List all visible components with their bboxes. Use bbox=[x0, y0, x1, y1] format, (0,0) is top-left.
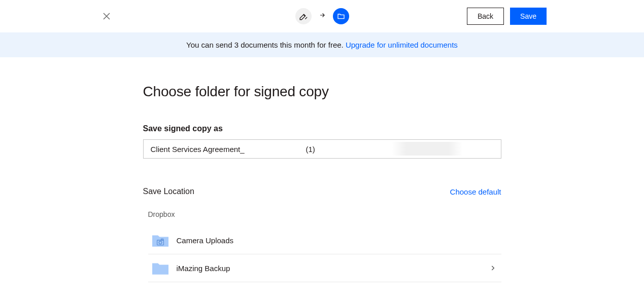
step-folder[interactable] bbox=[333, 8, 349, 24]
folder-item[interactable]: Camera Uploads bbox=[148, 226, 501, 254]
folder-icon bbox=[337, 12, 345, 20]
folder-list: Camera Uploads iMazing Backup bbox=[143, 226, 501, 282]
step-arrow-icon bbox=[319, 12, 326, 21]
breadcrumb[interactable]: Dropbox bbox=[143, 210, 501, 226]
upgrade-link[interactable]: Upgrade for unlimited documents bbox=[346, 41, 458, 49]
choose-default-link[interactable]: Choose default bbox=[450, 187, 501, 196]
step-sign[interactable] bbox=[295, 8, 312, 24]
folder-icon bbox=[152, 261, 168, 275]
banner-text: You can send 3 documents this month for … bbox=[186, 41, 346, 49]
page-title: Choose folder for signed copy bbox=[143, 84, 501, 100]
back-button[interactable]: Back bbox=[467, 8, 504, 25]
folder-name: iMazing Backup bbox=[177, 264, 481, 273]
save-button[interactable]: Save bbox=[510, 8, 547, 25]
save-location-label: Save Location bbox=[143, 187, 194, 196]
folder-item[interactable]: iMazing Backup bbox=[148, 254, 501, 282]
camera-folder-icon bbox=[152, 234, 168, 247]
chevron-right-icon bbox=[489, 264, 496, 272]
close-button[interactable] bbox=[96, 6, 117, 26]
sign-icon bbox=[299, 12, 308, 21]
upgrade-banner: You can send 3 documents this month for … bbox=[0, 32, 644, 57]
close-icon bbox=[102, 12, 111, 21]
progress-stepper bbox=[295, 8, 349, 24]
folder-name: Camera Uploads bbox=[177, 236, 496, 245]
filename-label: Save signed copy as bbox=[143, 124, 501, 133]
filename-input[interactable] bbox=[143, 139, 501, 159]
